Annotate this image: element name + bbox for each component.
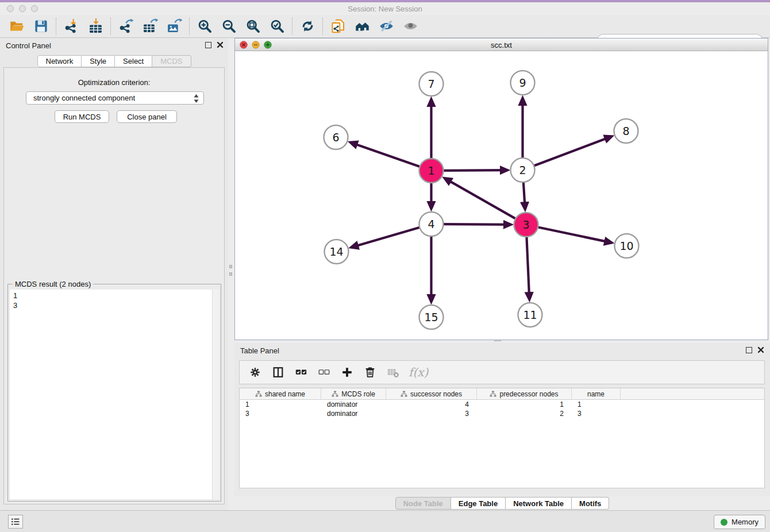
table-cell: dominator — [321, 409, 386, 418]
column-header-shared-name[interactable]: shared name — [240, 388, 321, 399]
task-history-button[interactable] — [8, 515, 23, 529]
close-panel-button[interactable]: Close panel — [117, 110, 177, 123]
export-table-icon[interactable] — [138, 17, 162, 36]
open-session-icon[interactable] — [5, 17, 29, 36]
clone-network-icon[interactable] — [326, 17, 350, 36]
graph-node-label-6: 6 — [332, 131, 339, 144]
criterion-dropdown[interactable]: strongly connected component — [26, 91, 204, 105]
delete-icon[interactable] — [360, 363, 380, 381]
graph-node-label-1: 1 — [428, 164, 434, 177]
network-window-titlebar[interactable]: scc.txt — [235, 38, 768, 51]
graph-node-label-2: 2 — [519, 164, 526, 176]
run-mcds-button[interactable]: Run MCDS — [55, 110, 109, 123]
table-panel-title: Table Panel — [240, 346, 279, 355]
tab-mcds[interactable]: MCDS — [152, 55, 191, 67]
function-builder-icon: f(x) — [406, 365, 428, 379]
column-header-name[interactable]: name — [572, 388, 621, 399]
table-cell: 3 — [386, 409, 477, 418]
column-label: name — [587, 390, 605, 398]
hierarchy-icon — [490, 391, 496, 398]
import-network-icon[interactable] — [59, 17, 83, 36]
hierarchy-icon — [332, 391, 338, 398]
tab-select[interactable]: Select — [115, 55, 152, 67]
network-window-title: scc.txt — [235, 41, 768, 49]
import-table-icon[interactable] — [83, 17, 107, 36]
column-header-successor-nodes[interactable]: successor nodes — [386, 388, 477, 399]
table-cell: 1 — [477, 400, 572, 409]
column-label: shared name — [265, 390, 305, 398]
column-header-MCDS-role[interactable]: MCDS role — [321, 388, 386, 399]
memory-button[interactable]: Memory — [714, 515, 765, 529]
tab-network[interactable]: Network — [37, 55, 82, 67]
mcds-result-text[interactable]: 1 3 — [10, 290, 212, 499]
float-panel-icon[interactable] — [205, 42, 211, 48]
tab-style[interactable]: Style — [82, 55, 115, 67]
table-row[interactable]: 1dominator411 — [240, 400, 764, 409]
status-bar: Memory — [0, 510, 770, 532]
main-toolbar — [0, 15, 770, 38]
network-graph[interactable]: 7968124314101511 — [235, 51, 768, 340]
memory-status-icon — [721, 519, 727, 526]
network-canvas[interactable]: 7968124314101511 — [235, 51, 768, 340]
tab-motifs[interactable]: Motifs — [572, 497, 609, 510]
select-all-icon[interactable] — [291, 363, 311, 381]
export-network-icon[interactable] — [114, 17, 138, 36]
table-body: 1dominator4113dominator323 — [240, 400, 764, 418]
zoom-fit-icon[interactable] — [241, 17, 265, 36]
graph-edge-2-8[interactable] — [533, 137, 611, 167]
first-neighbors-icon[interactable] — [350, 17, 374, 36]
graph-edge-1-2[interactable] — [442, 170, 507, 171]
columns-icon[interactable] — [268, 363, 288, 381]
hide-selected-icon[interactable] — [374, 17, 398, 36]
result-scrollbar[interactable] — [212, 290, 219, 499]
tab-network-table[interactable]: Network Table — [506, 497, 572, 510]
save-session-icon[interactable] — [29, 17, 53, 36]
graph-node-label-15: 15 — [424, 311, 438, 323]
graph-edge-3-11[interactable] — [526, 236, 529, 299]
refresh-layout-icon[interactable] — [295, 17, 319, 36]
export-image-icon[interactable] — [162, 17, 186, 36]
window-title: Session: New Session — [0, 5, 770, 13]
zoom-selected-icon[interactable] — [265, 17, 289, 36]
table-tab-bar: Node TableEdge TableNetwork TableMotifs — [234, 496, 770, 510]
gear-icon[interactable] — [245, 363, 265, 381]
show-all-icon[interactable] — [398, 17, 422, 36]
graph-edge-4-3[interactable] — [442, 224, 510, 225]
graph-node-label-10: 10 — [619, 240, 633, 252]
close-panel-icon[interactable] — [217, 41, 224, 48]
close-panel-icon[interactable] — [757, 346, 764, 353]
add-icon[interactable] — [337, 363, 357, 381]
app-window: Session: New Session Control Panel — [0, 0, 770, 532]
dropdown-stepper-icon — [193, 94, 199, 105]
toolbar-separator — [292, 18, 292, 35]
table-panel: Table Panel f(x) shared nameMCDS rolesuc… — [234, 343, 770, 496]
tab-node-table[interactable]: Node Table — [395, 497, 451, 510]
graph-node-label-7: 7 — [428, 78, 434, 90]
column-label: MCDS role — [341, 390, 375, 398]
graph-node-label-14: 14 — [329, 245, 343, 258]
optimization-label: Optimization criterion: — [4, 78, 224, 87]
zoom-out-icon[interactable] — [217, 17, 241, 36]
table-toolbar: f(x) — [239, 360, 765, 384]
table-header: shared nameMCDS rolesuccessor nodesprede… — [240, 388, 764, 400]
mcds-result-group: MCDS result (2 nodes) 1 3 — [7, 284, 221, 502]
toolbar-separator — [189, 18, 190, 35]
graph-edge-2-3[interactable] — [523, 181, 525, 209]
graph-edge-4-14[interactable] — [351, 227, 421, 247]
unselect-all-icon[interactable] — [314, 363, 334, 381]
node-table: shared nameMCDS rolesuccessor nodesprede… — [239, 388, 765, 488]
network-window: scc.txt 7968124314101511 — [234, 38, 768, 340]
graph-node-label-4: 4 — [428, 218, 434, 230]
tab-edge-table[interactable]: Edge Table — [451, 497, 506, 510]
graph-edge-3-10[interactable] — [537, 227, 611, 242]
table-row[interactable]: 3dominator323 — [240, 409, 764, 418]
column-header-predecessor-nodes[interactable]: predecessor nodes — [477, 388, 572, 399]
zoom-in-icon[interactable] — [192, 17, 217, 36]
float-panel-icon[interactable] — [746, 347, 752, 353]
vertical-splitter-grip[interactable] — [229, 272, 232, 276]
vertical-splitter-grip[interactable] — [229, 265, 232, 268]
table-cell: 1 — [572, 400, 621, 409]
graph-edge-3-1[interactable] — [445, 178, 517, 219]
graph-edge-1-6[interactable] — [351, 142, 421, 167]
column-label: predecessor nodes — [499, 390, 558, 398]
